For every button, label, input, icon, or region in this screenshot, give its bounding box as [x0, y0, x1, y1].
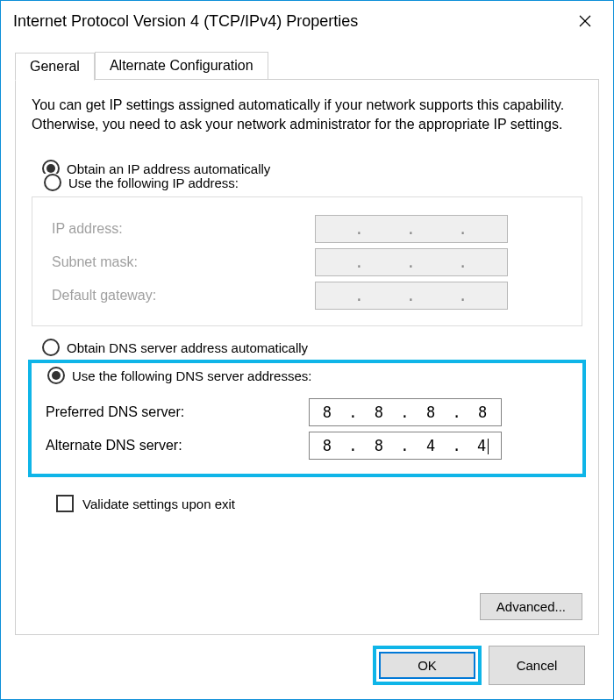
subnet-label: Subnet mask:: [52, 254, 315, 270]
radio-dns-auto[interactable]: [42, 339, 60, 356]
row-subnet: Subnet mask: ...: [45, 248, 569, 276]
close-button[interactable]: [560, 4, 610, 39]
advanced-button[interactable]: Advanced...: [480, 593, 582, 620]
tab-bar: General Alternate Configuration: [15, 52, 599, 80]
window-title: Internet Protocol Version 4 (TCP/IPv4) P…: [13, 12, 358, 31]
highlight-ok: OK: [373, 646, 482, 685]
alternate-dns-label: Alternate DNS server:: [46, 438, 309, 454]
highlight-dns-section: Use the following DNS server addresses: …: [28, 360, 586, 477]
row-alternate-dns: Alternate DNS server: 8. 8. 4. 4: [39, 432, 575, 460]
footer-buttons: OK Cancel: [15, 635, 599, 690]
tab-alternate-configuration[interactable]: Alternate Configuration: [95, 52, 268, 80]
description-text: You can get IP settings assigned automat…: [32, 96, 582, 133]
tab-panel-general: You can get IP settings assigned automat…: [15, 79, 599, 635]
gateway-input: ...: [315, 282, 508, 310]
tab-general[interactable]: General: [15, 53, 95, 81]
validate-label: Validate settings upon exit: [82, 496, 235, 511]
dialog-window: Internet Protocol Version 4 (TCP/IPv4) P…: [0, 0, 614, 700]
row-preferred-dns: Preferred DNS server: 8. 8. 8. 8: [39, 398, 575, 426]
content-area: General Alternate Configuration You can …: [1, 41, 613, 699]
row-ip-address: IP address: ...: [45, 215, 569, 243]
alternate-dns-input[interactable]: 8. 8. 4. 4: [309, 432, 502, 460]
radio-dns-manual-label: Use the following DNS server addresses:: [72, 368, 311, 383]
row-gateway: Default gateway: ...: [45, 282, 569, 310]
validate-checkbox[interactable]: [56, 495, 74, 512]
close-icon: [579, 15, 591, 27]
radio-row-dns-auto[interactable]: Obtain DNS server address automatically: [42, 339, 582, 356]
cancel-button[interactable]: Cancel: [489, 646, 585, 685]
preferred-dns-input[interactable]: 8. 8. 8. 8: [309, 398, 502, 426]
gateway-label: Default gateway:: [52, 288, 315, 304]
titlebar: Internet Protocol Version 4 (TCP/IPv4) P…: [1, 1, 613, 41]
ip-address-label: IP address:: [52, 221, 315, 237]
radio-row-ip-manual[interactable]: Use the following IP address:: [44, 174, 242, 191]
checkbox-row-validate[interactable]: Validate settings upon exit: [56, 495, 582, 512]
ok-button[interactable]: OK: [379, 652, 475, 679]
radio-row-dns-manual[interactable]: Use the following DNS server addresses:: [47, 367, 315, 384]
radio-ip-manual-label: Use the following IP address:: [68, 175, 239, 190]
radio-dns-auto-label: Obtain DNS server address automatically: [67, 340, 308, 355]
subnet-input: ...: [315, 248, 508, 276]
ip-address-input: ...: [315, 215, 508, 243]
group-ip-manual: IP address: ... Subnet mask: ... Default…: [32, 196, 582, 326]
radio-dns-manual[interactable]: [47, 367, 65, 384]
preferred-dns-label: Preferred DNS server:: [46, 404, 309, 420]
radio-ip-manual[interactable]: [44, 174, 61, 191]
